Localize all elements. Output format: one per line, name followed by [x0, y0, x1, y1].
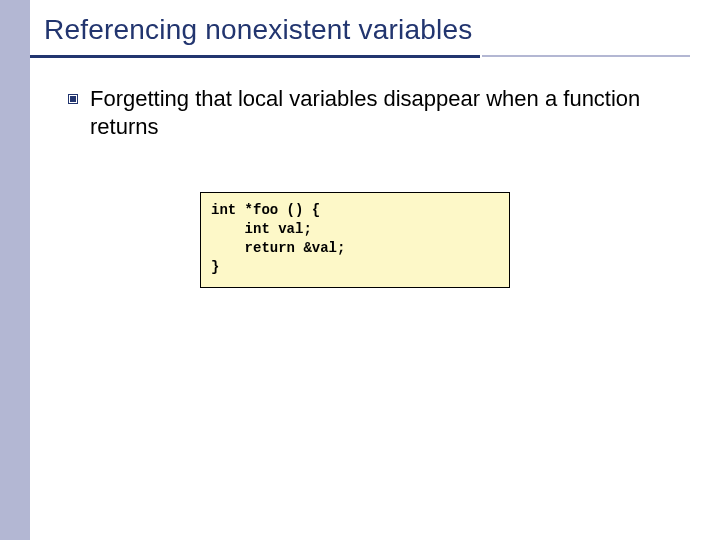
slide-title: Referencing nonexistent variables: [44, 14, 472, 46]
slide: Referencing nonexistent variables Forget…: [0, 0, 720, 540]
title-rule-dark: [30, 55, 480, 58]
bullet-text: Forgetting that local variables disappea…: [90, 85, 688, 141]
title-wrap: Referencing nonexistent variables: [44, 14, 472, 46]
bullet-row: Forgetting that local variables disappea…: [68, 85, 688, 141]
title-rule-light: [482, 55, 690, 57]
left-accent-bar: [0, 0, 30, 540]
code-content: int *foo () { int val; return &val; }: [211, 201, 499, 277]
code-box: int *foo () { int val; return &val; }: [200, 192, 510, 288]
bullet-icon: [68, 94, 78, 104]
